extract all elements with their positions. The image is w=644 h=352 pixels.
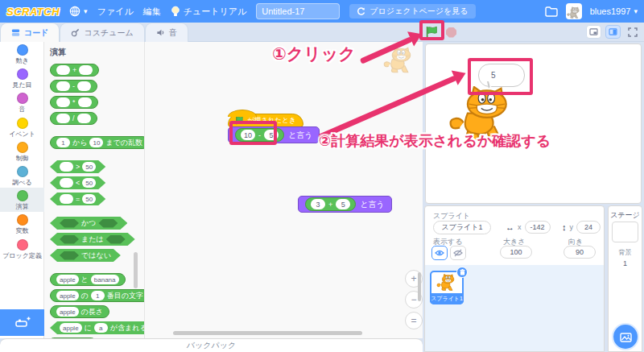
add-backdrop-icon: [620, 332, 632, 342]
palette-block[interactable]: -: [50, 80, 97, 93]
palette-block[interactable]: >50: [50, 160, 105, 173]
say-block-label: と言う: [360, 199, 384, 210]
palette-block[interactable]: appleとbanana: [50, 273, 126, 286]
show-sprite-button[interactable]: [431, 246, 448, 260]
value-slot: [60, 194, 73, 204]
operator-sign: -: [258, 131, 261, 139]
block-label: -: [72, 82, 75, 90]
menu-file[interactable]: ファイル: [97, 6, 134, 18]
menu-tutorials[interactable]: チュートリアル: [171, 6, 247, 18]
palette-block[interactable]: appleの1番目の文字: [50, 289, 145, 302]
stage-panel-title: ステージ: [609, 210, 642, 221]
palette-block[interactable]: 1から10までの乱数: [50, 136, 145, 149]
category-control[interactable]: 制御: [0, 139, 44, 164]
delete-sprite-button[interactable]: [456, 267, 468, 278]
hide-sprite-button[interactable]: [450, 246, 466, 260]
see-project-page-button[interactable]: プロジェクトページを見る: [349, 4, 475, 19]
tab-costumes-label: コスチューム: [84, 27, 133, 39]
canvas-vertical-scrollbar[interactable]: [418, 272, 421, 301]
sprite-direction-input[interactable]: 90: [564, 246, 596, 259]
palette-block[interactable]: =50: [50, 193, 105, 205]
palette-block[interactable]: appleの長さ: [50, 305, 109, 318]
category-color-dot: [17, 214, 28, 226]
palette-block[interactable]: <50: [50, 176, 105, 189]
add-extension-icon: [14, 316, 31, 330]
boolean-slot: [106, 235, 126, 244]
palette-block[interactable]: *: [50, 96, 98, 109]
category-color-dot: [17, 190, 28, 201]
eye-icon: [435, 249, 444, 257]
operand-left[interactable]: 10: [241, 130, 255, 140]
sprite-card-name: スプライト1: [430, 293, 464, 304]
project-title-input[interactable]: [256, 3, 340, 19]
language-menu[interactable]: ▾: [69, 6, 88, 17]
category-variables[interactable]: 変数: [0, 212, 44, 236]
stage-cat-sprite[interactable]: [448, 86, 517, 145]
category-sound[interactable]: 音: [0, 90, 44, 114]
stop-button[interactable]: [446, 27, 456, 38]
operand-right[interactable]: 5: [336, 199, 350, 209]
block-label: から: [72, 138, 87, 148]
category-motion[interactable]: 動き: [0, 42, 44, 66]
sprite-card-sprite1[interactable]: スプライト1: [430, 271, 464, 304]
sprite-y-input[interactable]: 24: [576, 221, 601, 234]
palette-block[interactable]: +: [50, 64, 99, 77]
boolean-slot: [98, 219, 118, 228]
operator-block-2[interactable]: 3 + 5: [305, 197, 356, 211]
avatar[interactable]: [566, 3, 582, 19]
palette-block[interactable]: appleにaが含まれる: [50, 321, 145, 334]
block-label: +: [72, 66, 76, 74]
block-label: までの乱数: [105, 138, 142, 148]
green-flag-button[interactable]: [425, 26, 439, 39]
backdrops-count: 1: [609, 259, 642, 267]
backpack-bar[interactable]: バックパック: [0, 338, 423, 352]
category-color-dot: [17, 239, 28, 251]
small-stage-button[interactable]: [586, 25, 601, 39]
palette-block[interactable]: ではない: [50, 249, 121, 262]
sprite-name-input[interactable]: [433, 221, 491, 234]
palette-block[interactable]: かつ: [50, 217, 127, 230]
large-stage-button[interactable]: [605, 25, 621, 39]
when-flag-clicked-block[interactable]: が押されたとき: [228, 114, 303, 127]
operand-left[interactable]: 3: [311, 199, 325, 209]
stage-backdrop-panel[interactable]: ステージ 背景 1: [608, 205, 642, 352]
editor-tabs: コード コスチューム 音: [0, 23, 188, 42]
fullscreen-button[interactable]: [625, 25, 640, 39]
category-color-dot: [17, 118, 28, 129]
add-backdrop-button[interactable]: [613, 325, 638, 349]
block-categories: 動き 見た目 音 イベント 制御 調べる 演算 変数 ブロック定義: [0, 42, 44, 338]
sprite-x-input[interactable]: -142: [525, 221, 551, 234]
code-canvas[interactable]: が押されたとき 10 - 5 と言う 3 + 5 と言う + − =: [145, 42, 423, 338]
category-operators[interactable]: 演算: [0, 188, 44, 212]
caret-down-icon: ▾: [84, 7, 88, 15]
value-slot: 50: [82, 178, 96, 188]
category-events[interactable]: イベント: [0, 115, 44, 139]
boolean-slot: [60, 219, 79, 228]
folder-icon[interactable]: [545, 6, 558, 17]
menu-tutorials-label: チュートリアル: [184, 6, 247, 18]
add-extension-button[interactable]: [0, 309, 44, 336]
backdrop-thumbnail[interactable]: [612, 222, 638, 242]
palette-block[interactable]: または: [50, 233, 135, 246]
operand-right[interactable]: 5: [264, 130, 279, 140]
canvas-horizontal-scrollbar[interactable]: [173, 331, 362, 335]
tab-sounds[interactable]: 音: [145, 23, 188, 42]
palette-scrollbar[interactable]: [134, 252, 138, 288]
category-looks[interactable]: 見た目: [0, 66, 44, 90]
operator-block-1[interactable]: 10 - 5: [235, 128, 284, 142]
menu-edit[interactable]: 編集: [143, 6, 161, 18]
say-block-1[interactable]: 10 - 5 と言う: [228, 126, 320, 143]
value-slot: 1: [56, 138, 70, 147]
palette-block[interactable]: /: [50, 112, 97, 125]
scratch-logo[interactable]: SCRATCH: [6, 6, 60, 18]
zoom-reset-button[interactable]: =: [405, 312, 423, 329]
block-label: または: [81, 234, 104, 245]
account-menu[interactable]: blues1997 ▾: [590, 6, 638, 16]
block-label: /: [72, 114, 75, 122]
category-sensing[interactable]: 調べる: [0, 164, 44, 188]
sprite-size-input[interactable]: 100: [500, 246, 532, 259]
tab-code[interactable]: コード: [0, 23, 60, 42]
category-myblocks[interactable]: ブロック定義: [0, 237, 44, 261]
tab-costumes[interactable]: コスチューム: [60, 23, 144, 42]
say-block-2[interactable]: 3 + 5 と言う: [298, 196, 392, 213]
